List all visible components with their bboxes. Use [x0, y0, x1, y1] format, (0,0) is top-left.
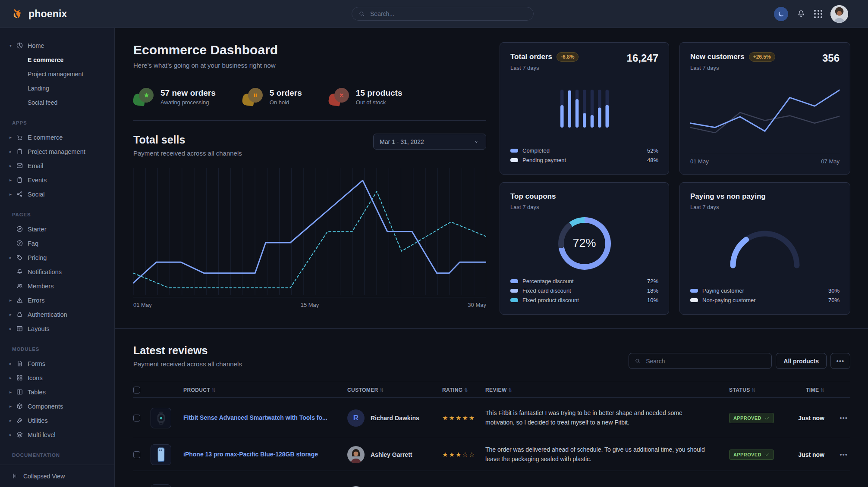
sidebar-item-components[interactable]: ▸ Components [0, 399, 114, 413]
paying-legend: Paying customer30% Non-paying customer70… [690, 286, 840, 305]
page-title: Ecommerce Dashboard [133, 43, 486, 57]
sidebar-section-documentation: DOCUMENTATION [0, 442, 114, 462]
compass-icon [16, 225, 23, 233]
sidebar-item-errors[interactable]: ▸ Errors [0, 293, 114, 307]
section-divider [115, 328, 868, 329]
product-link[interactable]: Fitbit Sense Advanced Smartwatch with To… [183, 414, 347, 422]
sidebar-item-social[interactable]: ▸ Social [0, 187, 114, 201]
collapse-sidebar-button[interactable]: Collapsed View [0, 465, 114, 487]
sidebar-item-multi-level[interactable]: ▸ Multi level [0, 428, 114, 442]
lock-icon [16, 311, 23, 318]
file-text-icon [16, 360, 23, 367]
brand-logo[interactable]: phoenix [11, 7, 67, 20]
sidebar-item-layouts[interactable]: ▸ Layouts [0, 322, 114, 336]
sidebar-item-events[interactable]: ▸ Events [0, 173, 114, 187]
caret-right-icon: ▸ [9, 390, 16, 394]
search-icon [635, 358, 641, 364]
star-icon [133, 88, 154, 106]
sidebar-item-icons[interactable]: ▸ Icons [0, 371, 114, 385]
sidebar: ▾ Home E commerce Project management Lan… [0, 28, 115, 487]
pie-chart-icon [16, 42, 23, 49]
total-orders-legend: Completed52% Pending payment48% [510, 146, 658, 165]
legend-swatch [690, 298, 698, 302]
sidebar-item-project-management-app[interactable]: ▸ Project management [0, 144, 114, 159]
sidebar-item-home[interactable]: ▾ Home [0, 38, 114, 53]
sidebar-item-forms[interactable]: ▸ Forms [0, 356, 114, 371]
latest-reviews-section: Latest reviews Payment received across a… [133, 344, 850, 487]
all-products-button[interactable]: All products [776, 353, 827, 369]
theme-toggle-button[interactable] [774, 7, 788, 21]
total-sells-x-axis: 01 May 15 May 30 May [133, 297, 486, 308]
columns-icon [16, 388, 23, 396]
new-customers-x-axis: 01 May 07 May [690, 154, 840, 165]
caret-right-icon: ▸ [9, 298, 16, 303]
caret-right-icon: ▸ [9, 404, 16, 409]
paying-vs-nonpaying-card: Paying vs non paying Last 7 days Paying … [679, 182, 850, 315]
review-time: Just now [785, 415, 830, 421]
stats-row: 57 new orders Awating processing 5 order… [133, 88, 486, 106]
reviews-search-input[interactable] [645, 357, 766, 365]
sidebar-item-utilities[interactable]: ▸ Utilities [0, 413, 114, 428]
review-text: This Fitbit is fantastic! I was trying t… [485, 409, 729, 427]
legend-swatch [510, 158, 518, 162]
layers-icon [16, 431, 23, 438]
caret-right-icon: ▸ [9, 432, 16, 437]
sidebar-item-faq[interactable]: Faq [0, 236, 114, 250]
reviews-more-button[interactable]: ••• [830, 353, 850, 369]
sidebar-item-email[interactable]: ▸ Email [0, 159, 114, 173]
sidebar-item-notifications[interactable]: Notifications [0, 265, 114, 279]
reviews-toolbar: All products ••• [629, 353, 850, 369]
sidebar-item-ecommerce-app[interactable]: ▸ E commerce [0, 130, 114, 144]
customer-name: Richard Dawkins [371, 415, 419, 421]
global-search[interactable] [352, 7, 534, 21]
sidebar-item-tables[interactable]: ▸ Tables [0, 385, 114, 399]
product-thumbnail[interactable] [151, 484, 171, 487]
sidebar-section-modules: MODULES [0, 336, 114, 356]
check-icon [764, 452, 770, 457]
dashboard-left-column: Ecommerce Dashboard Here’s what’s going … [133, 40, 486, 315]
customer-avatar-image [347, 446, 365, 463]
x-icon [329, 88, 349, 106]
chevron-down-icon [474, 139, 480, 145]
row-actions-button[interactable]: ••• [830, 414, 850, 422]
customer-name: Ashley Garrett [371, 451, 412, 458]
sidebar-item-authentication[interactable]: ▸ Authentication [0, 307, 114, 322]
caret-right-icon: ▸ [9, 178, 16, 182]
row-checkbox[interactable] [133, 451, 140, 458]
table-header: PRODUCT⇅ CUSTOMER⇅ RATING⇅ REVIEW⇅ STATU… [133, 382, 850, 397]
sidebar-item-project-management[interactable]: Project management [0, 67, 114, 81]
apps-grid-button[interactable] [814, 10, 822, 18]
customer-avatar[interactable]: R [347, 409, 365, 427]
sidebar-item-social-feed[interactable]: Social feed [0, 95, 114, 109]
rating-stars: ★★★★★ [442, 414, 485, 422]
product-thumbnail[interactable] [151, 408, 171, 428]
sidebar-item-members[interactable]: Members [0, 279, 114, 293]
bell-icon [16, 268, 23, 275]
sidebar-nav: ▾ Home E commerce Project management Lan… [0, 28, 114, 465]
top-coupons-donut-chart: 72% [510, 210, 658, 276]
change-badge: -6.8% [557, 52, 579, 62]
sidebar-item-ecommerce[interactable]: E commerce [0, 53, 114, 67]
share-icon [16, 190, 23, 198]
table-row: iPhone 13 pro max-Pacific Blue-128GB sto… [133, 438, 850, 471]
change-badge: +26.5% [749, 52, 775, 62]
reviews-search[interactable] [629, 353, 772, 369]
product-thumbnail[interactable] [151, 444, 171, 465]
user-avatar[interactable] [830, 5, 848, 23]
reviews-subtitle: Payment received across all channels [133, 360, 242, 368]
total-orders-bar-chart [510, 71, 658, 146]
customer-avatar[interactable] [347, 446, 365, 463]
brand-name: phoenix [28, 8, 67, 20]
select-all-checkbox[interactable] [133, 387, 140, 393]
sidebar-item-pricing[interactable]: ▸ Pricing [0, 250, 114, 265]
sidebar-item-starter[interactable]: Starter [0, 222, 114, 236]
row-checkbox[interactable] [133, 415, 140, 421]
row-actions-button[interactable]: ••• [830, 450, 850, 459]
pause-icon [242, 88, 263, 106]
date-range-select[interactable]: Mar 1 - 31, 2022 [373, 134, 486, 150]
sidebar-item-landing[interactable]: Landing [0, 81, 114, 95]
new-customers-card: New customers +26.5% Last 7 days 356 01 … [679, 42, 850, 175]
product-link[interactable]: iPhone 13 pro max-Pacific Blue-128GB sto… [183, 450, 347, 459]
global-search-input[interactable] [369, 10, 527, 18]
notifications-button[interactable] [796, 9, 806, 19]
